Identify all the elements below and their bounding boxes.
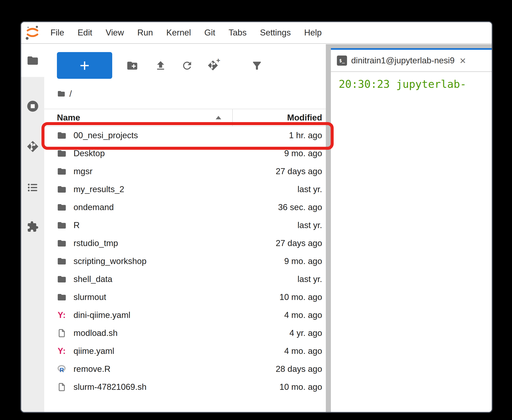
git-icon [27,141,39,152]
file-icon [56,382,67,392]
sidebar-item-extensions[interactable] [27,221,39,233]
breadcrumb[interactable]: / [57,86,72,101]
name-header-label: Name [57,113,80,123]
sidebar-item-git[interactable] [27,141,39,152]
menu-item[interactable]: Help [297,28,328,38]
refresh-button[interactable] [181,60,193,72]
file-row[interactable]: Y: qiime.yaml 4 mo. ago [44,342,326,360]
home-folder-icon [57,90,65,98]
folder-icon [56,238,67,249]
file-row[interactable]: Y: dini-qiime.yaml 4 mo. ago [44,306,326,324]
file-row[interactable]: my_results_2 last yr. [44,180,326,198]
file-list-header: Name Modified [44,109,326,127]
file-name: slurmout [74,292,279,302]
file-row[interactable]: rstudio_tmp 27 days ago [44,234,326,252]
sort-ascending-icon [216,116,221,119]
menu-item[interactable]: File [44,28,71,38]
jupyter-logo-icon [24,24,41,41]
folder-icon [56,220,67,231]
file-name: ondemand [74,202,278,212]
file-row[interactable]: R last yr. [44,216,326,234]
folder-icon [56,130,67,141]
file-row[interactable]: Desktop 9 mo. ago [44,144,326,162]
file-name: mgsr [74,166,276,176]
menu-item[interactable]: View [99,28,131,38]
terminal-tab-title: dinitrain1@jupyterlab-nesi9 [351,56,455,65]
file-modified: last yr. [297,185,322,194]
file-row[interactable]: shell_data last yr. [44,270,326,288]
column-header-modified[interactable]: Modified [232,109,326,126]
menu-item[interactable]: Git [198,28,222,38]
filter-button[interactable] [251,60,263,72]
file-name: remove.R [74,364,276,374]
file-row[interactable]: slurmout 10 mo. ago [44,288,326,306]
folder-icon [56,148,67,159]
file-row[interactable]: slurm-47821069.sh 10 mo. ago [44,378,326,396]
menu-item[interactable]: Tabs [222,28,253,38]
yaml-icon: Y: [56,346,67,356]
filter-icon [251,60,263,72]
upload-button[interactable] [155,60,167,72]
file-row[interactable]: mgsr 27 days ago [44,162,326,180]
folder-icon [56,166,67,177]
svg-text:R: R [60,367,64,374]
dock-area: $_ dinitrain1@jupyterlab-nesi9 × 20:30:2… [326,44,492,412]
column-header-name[interactable]: Name [44,109,232,126]
file-modified: 4 mo. ago [284,346,322,356]
file-modified: 27 days ago [276,166,322,176]
modified-header-label: Modified [287,113,322,123]
file-row[interactable]: R remove.R 28 days ago [44,360,326,378]
jupyterlab-window: File Edit View Run Kernel Git Tabs Setti… [20,21,493,413]
file-modified: 10 mo. ago [279,382,322,392]
extension-icon [27,221,39,233]
new-folder-button[interactable] [126,60,138,72]
terminal-output-area[interactable]: 20:30:23 jupyterlab- [331,72,492,412]
menu-item[interactable]: Edit [71,28,99,38]
file-modified: 1 hr. ago [289,131,322,140]
file-row[interactable]: 00_nesi_projects 1 hr. ago [44,127,326,144]
folder-icon [56,184,67,195]
sidebar-item-list[interactable] [27,181,39,194]
yaml-icon: Y: [56,310,67,321]
list-icon [27,181,39,194]
activity-bar [21,44,44,412]
file-row[interactable]: modload.sh 4 yr. ago [44,324,326,342]
menu-item[interactable]: Settings [253,28,297,38]
file-name: modload.sh [74,328,289,338]
file-modified: 9 mo. ago [284,256,322,266]
file-modified: last yr. [297,220,322,230]
refresh-icon [181,60,193,72]
file-name: qiime.yaml [74,346,284,356]
file-name: R [74,220,297,230]
file-modified: 4 mo. ago [284,310,322,320]
git-clone-plus-glyph: + [216,57,220,64]
file-name: dini-qiime.yaml [74,310,284,320]
upload-icon [155,60,167,72]
git-clone-button[interactable]: + [207,60,219,72]
file-modified: 36 sec. ago [278,202,322,212]
close-tab-button[interactable]: × [459,55,467,66]
file-row[interactable]: scripting_workshop 9 mo. ago [44,252,326,270]
menu-bar: File Edit View Run Kernel Git Tabs Setti… [21,22,492,44]
file-name: shell_data [74,274,297,284]
file-modified: last yr. [297,274,322,284]
menu-items: File Edit View Run Kernel Git Tabs Setti… [44,22,328,43]
terminal-output-line: 20:30:23 jupyterlab- [339,78,492,90]
file-modified: 28 days ago [276,364,322,374]
terminal-panel: $_ dinitrain1@jupyterlab-nesi9 × 20:30:2… [331,48,492,412]
sidebar-item-file-browser[interactable] [21,44,44,77]
file-name: my_results_2 [74,185,297,194]
terminal-tab[interactable]: $_ dinitrain1@jupyterlab-nesi9 × [331,48,492,72]
running-sessions-icon [27,100,39,112]
folder-icon [56,274,67,285]
file-name: Desktop [74,149,284,158]
menu-item[interactable]: Run [131,28,160,38]
file-row[interactable]: ondemand 36 sec. ago [44,198,326,216]
menu-item[interactable]: Kernel [160,28,198,38]
file-modified: 10 mo. ago [279,292,322,302]
r-file-icon: R [56,364,67,374]
main-area: + + / Name [21,44,492,412]
sidebar-item-running-sessions[interactable] [27,100,39,112]
file-name: slurm-47821069.sh [74,382,279,392]
new-launcher-button[interactable]: + [57,52,112,79]
